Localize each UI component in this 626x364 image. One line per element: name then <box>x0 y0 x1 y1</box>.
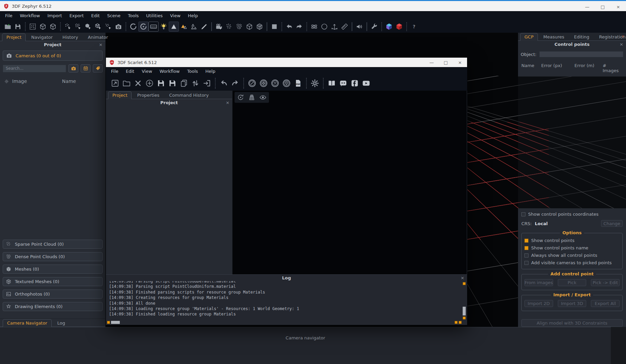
scrollbar-button[interactable] <box>107 321 110 324</box>
measure-tool-button[interactable] <box>339 22 350 32</box>
window-minimize-button[interactable]: — <box>579 2 595 12</box>
orbit-gizmo-button[interactable] <box>309 22 319 32</box>
cameras-section[interactable]: Cameras (0 out of 0) <box>3 51 103 61</box>
import-images-button[interactable] <box>28 22 38 32</box>
reorder-button[interactable] <box>190 78 201 89</box>
close-icon[interactable]: × <box>226 99 229 107</box>
tools-wrench-button[interactable] <box>369 22 379 32</box>
save-as-button[interactable] <box>167 78 178 89</box>
scarlet-button[interactable] <box>394 22 404 32</box>
show-mesh-button[interactable] <box>244 22 254 32</box>
log-vertical-scrollbar[interactable] <box>463 282 466 320</box>
menu-utilities[interactable]: Utilities <box>142 11 166 21</box>
save-project-button[interactable] <box>13 22 23 32</box>
help-button[interactable]: ? <box>409 22 419 32</box>
tab-history[interactable]: History <box>58 33 82 41</box>
filter-by-camera-button[interactable] <box>69 64 78 72</box>
scarlet-viewport[interactable] <box>233 91 467 274</box>
menu-file[interactable]: File <box>1 11 16 21</box>
rotate-view-button[interactable] <box>128 22 138 32</box>
textured-mesh-wizard-button[interactable] <box>93 22 103 32</box>
undo-button[interactable] <box>218 78 229 89</box>
menu-view[interactable]: View <box>166 11 184 21</box>
show-control-points-name-checkbox[interactable] <box>524 246 528 250</box>
export-pdf-button[interactable]: PDF <box>292 78 304 89</box>
sparse-cloud-wizard-button[interactable] <box>63 22 73 32</box>
pick-edit-button[interactable]: Pick -> Edit <box>591 279 620 286</box>
export-all-button[interactable]: Export All <box>591 300 620 307</box>
menu-tools[interactable]: Tools <box>124 11 142 21</box>
redo-button[interactable] <box>229 78 241 89</box>
log-output[interactable]: [14:09:38] Parsing script PointCloudDefa… <box>107 281 462 320</box>
filter-wizard-button[interactable] <box>246 78 258 89</box>
section-meshes-0[interactable]: Meshes (0) <box>3 265 103 274</box>
facebook-button[interactable] <box>349 78 360 89</box>
import-2d-button[interactable]: Import 2D <box>524 300 553 307</box>
scarlet-menu-edit[interactable]: Edit <box>122 67 138 76</box>
from-images-button[interactable]: From images <box>524 279 553 286</box>
scrollbar-button[interactable] <box>463 316 466 320</box>
redo-button[interactable] <box>294 22 304 32</box>
close-project-button[interactable] <box>132 78 144 89</box>
tab-editing[interactable]: Editing <box>570 33 594 40</box>
paint-tool-button[interactable] <box>199 22 209 32</box>
filter-by-tag-button[interactable] <box>93 64 103 72</box>
discord-button[interactable] <box>337 78 349 89</box>
object-input[interactable] <box>539 51 623 57</box>
mesh-wizard-button[interactable] <box>83 22 93 32</box>
settings-button[interactable] <box>309 78 321 89</box>
settings-wizard-button[interactable] <box>258 78 269 89</box>
always-show-all-control-points-checkbox[interactable] <box>524 253 528 257</box>
textured-mode-button[interactable] <box>179 22 189 32</box>
circle-tool-button[interactable] <box>319 22 329 32</box>
tab-project[interactable]: Project <box>2 33 26 41</box>
shaded-mode-button[interactable] <box>169 22 179 32</box>
show-frustums-button[interactable] <box>247 93 256 102</box>
menu-help[interactable]: Help <box>184 11 202 21</box>
tab-navigator[interactable]: Navigator <box>27 33 57 41</box>
move-gizmo-button[interactable] <box>329 22 339 32</box>
menu-workflow[interactable]: Workflow <box>16 11 44 21</box>
rotate-view-button[interactable] <box>236 93 245 102</box>
duplicate-button[interactable] <box>178 78 190 89</box>
close-icon[interactable]: × <box>99 41 103 49</box>
open-project-button[interactable] <box>121 78 132 89</box>
scrollbar-button[interactable] <box>463 282 466 285</box>
search-input[interactable] <box>3 65 66 72</box>
scarlet-window-close-button[interactable]: × <box>453 58 467 67</box>
flat-shading-button[interactable] <box>269 22 279 32</box>
show-textured-mesh-button[interactable] <box>254 22 265 32</box>
section-orthophotos-0[interactable]: Orthophotos (0) <box>3 290 103 299</box>
tab-measures[interactable]: Measures <box>539 33 569 40</box>
new-project-cube-button[interactable] <box>38 22 48 32</box>
scarlet-menu-help[interactable]: Help <box>202 67 219 76</box>
camera-button[interactable] <box>113 22 124 32</box>
window-maximize-button[interactable]: □ <box>595 2 610 12</box>
scarlet-tab-project[interactable]: Project <box>108 91 132 99</box>
orbit-mode-button[interactable] <box>138 22 148 32</box>
scarlet-menu-tools[interactable]: Tools <box>184 67 202 76</box>
youtube-button[interactable] <box>360 78 372 89</box>
add-visible-cameras-to-picked-points-checkbox[interactable] <box>524 261 528 265</box>
show-control-points-coordinates-checkbox[interactable] <box>521 212 525 216</box>
cloud-tool-button[interactable] <box>269 78 281 89</box>
close-icon[interactable]: × <box>461 275 464 281</box>
camera-view-button[interactable] <box>214 22 224 32</box>
pin-tool-button[interactable] <box>281 78 292 89</box>
masquerade-button[interactable] <box>384 22 394 32</box>
filter-by-date-button[interactable] <box>81 64 90 72</box>
sound-button[interactable] <box>354 22 364 32</box>
menu-edit[interactable]: Edit <box>87 11 103 21</box>
scarlet-window-maximize-button[interactable]: □ <box>439 58 453 67</box>
save-button[interactable] <box>155 78 167 89</box>
close-icon[interactable]: × <box>620 41 623 48</box>
control-points-list[interactable] <box>518 77 626 208</box>
align-model-button[interactable]: Align model with 3D Constraints <box>521 319 623 327</box>
bottom-tab-camera-navigator[interactable]: Camera Navigator <box>3 319 52 327</box>
bottom-tab-log[interactable]: Log <box>53 319 70 327</box>
tab-gcp[interactable]: GCP <box>520 33 538 41</box>
scarlet-titlebar[interactable]: 3DF Scarlet 6.512 —□× <box>106 58 467 67</box>
wasd-mode-button[interactable]: WASD <box>148 22 159 32</box>
wireframe-mode-button[interactable] <box>189 22 199 32</box>
undo-button[interactable] <box>284 22 294 32</box>
